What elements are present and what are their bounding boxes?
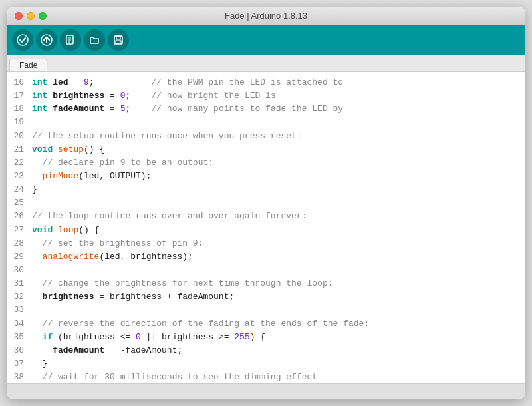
svg-rect-8 [116, 41, 121, 43]
save-button[interactable] [108, 29, 129, 51]
code-container: 16 int led = 9; // the PWM pin the LED i… [7, 76, 525, 383]
code-line: 28 // set the brightness of pin 9: [7, 237, 525, 250]
code-line: 23 pinMode(led, OUTPUT); [7, 170, 525, 183]
title-bar: Fade | Arduino 1.8.13 [7, 7, 525, 25]
editor-area[interactable]: 16 int led = 9; // the PWM pin the LED i… [7, 72, 525, 383]
window-title: Fade | Arduino 1.8.13 [225, 11, 307, 21]
code-line: 25 [7, 196, 525, 210]
code-line: 29 analogWrite(led, brightness); [7, 250, 525, 264]
code-line: 38 // wait for 30 milliseconds to see th… [7, 371, 525, 383]
code-line: 31 // change the brightness for next tim… [7, 277, 525, 290]
code-line: 26 // the loop routine runs over and ove… [7, 210, 525, 223]
code-line: 17 int brightness = 0; // how bright the… [7, 89, 525, 102]
maximize-button[interactable] [39, 12, 47, 20]
code-line: 37 } [7, 357, 525, 371]
fade-tab[interactable]: Fade [9, 59, 47, 71]
code-line: 22 // declare pin 9 to be an output: [7, 156, 525, 170]
code-line: 33 [7, 304, 525, 317]
code-line: 16 int led = 9; // the PWM pin the LED i… [7, 76, 525, 89]
code-line: 21 void setup() { [7, 143, 525, 156]
code-line: 24 } [7, 183, 525, 196]
close-button[interactable] [15, 12, 23, 20]
code-line: 20 // the setup routine runs once when y… [7, 130, 525, 143]
minimize-button[interactable] [27, 12, 35, 20]
verify-button[interactable] [12, 29, 33, 51]
code-line: 30 [7, 264, 525, 277]
svg-point-0 [17, 35, 28, 45]
code-line: 35 if (brightness <= 0 || brightness >= … [7, 331, 525, 344]
status-bar [7, 383, 525, 399]
traffic-lights [15, 12, 47, 20]
toolbar [7, 25, 525, 55]
code-line: 32 brightness = brightness + fadeAmount; [7, 290, 525, 304]
code-line: 19 [7, 116, 525, 129]
code-line: 36 fadeAmount = -fadeAmount; [7, 344, 525, 357]
upload-button[interactable] [36, 29, 57, 51]
open-button[interactable] [84, 29, 105, 51]
app-window: Fade | Arduino 1.8.13 [7, 7, 525, 399]
code-line: 18 int fadeAmount = 5; // how many point… [7, 102, 525, 116]
new-button[interactable] [60, 29, 81, 51]
tab-bar: Fade [7, 55, 525, 72]
code-line: 27 void loop() { [7, 224, 525, 237]
code-line: 34 // reverse the direction of the fadin… [7, 317, 525, 331]
